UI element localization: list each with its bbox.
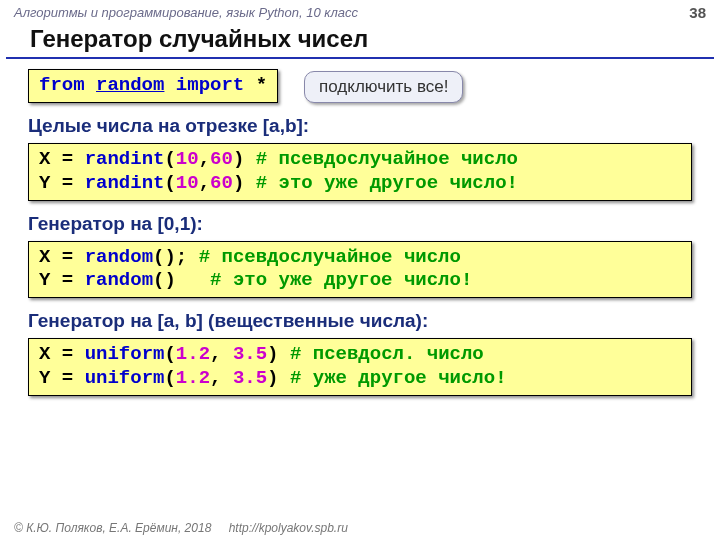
paren-close: ) bbox=[267, 343, 278, 365]
var-x: X bbox=[39, 343, 50, 365]
section-int-heading: Целые числа на отрезке [a,b]: bbox=[28, 115, 692, 137]
int-codebox: X = randint(10,60) # псевдослучайное чис… bbox=[28, 143, 692, 201]
comment: # псевдослучайное число bbox=[256, 148, 518, 170]
num-b: 60 bbox=[210, 172, 233, 194]
op-eq: = bbox=[50, 367, 84, 389]
paren-close: ) bbox=[267, 367, 278, 389]
paren-empty: () bbox=[153, 246, 176, 268]
num-b: 3.5 bbox=[233, 343, 267, 365]
fn-random: random bbox=[85, 269, 153, 291]
course-title: Алгоритмы и программирование, язык Pytho… bbox=[14, 5, 358, 20]
code-line: Y = randint(10,60) # это уже другое числ… bbox=[39, 172, 681, 196]
space bbox=[244, 172, 255, 194]
var-y: Y bbox=[39, 367, 50, 389]
kw-import: import bbox=[176, 74, 244, 96]
op-eq: = bbox=[50, 172, 84, 194]
num-a: 10 bbox=[176, 148, 199, 170]
op-eq: = bbox=[50, 343, 84, 365]
fn-randint: randint bbox=[85, 148, 165, 170]
comment: # это уже другое число! bbox=[210, 269, 472, 291]
paren-close: ) bbox=[233, 172, 244, 194]
page-number: 38 bbox=[689, 4, 706, 21]
var-x: X bbox=[39, 246, 50, 268]
comment: # уже другое число! bbox=[290, 367, 507, 389]
paren-open: ( bbox=[164, 367, 175, 389]
var-x: X bbox=[39, 148, 50, 170]
num-b: 60 bbox=[210, 148, 233, 170]
comma: , bbox=[199, 172, 210, 194]
space bbox=[279, 343, 290, 365]
random-codebox: X = random(); # псевдослучайное числоY =… bbox=[28, 241, 692, 299]
slide-footer: © К.Ю. Поляков, Е.А. Ерёмин, 2018 http:/… bbox=[14, 521, 348, 535]
fn-uniform: uniform bbox=[85, 367, 165, 389]
space bbox=[187, 269, 210, 291]
module-random: random bbox=[96, 74, 164, 96]
fn-uniform: uniform bbox=[85, 343, 165, 365]
slide-header: Алгоритмы и программирование, язык Pytho… bbox=[0, 0, 720, 23]
num-b: 3.5 bbox=[233, 367, 267, 389]
code-line: X = random(); # псевдослучайное число bbox=[39, 246, 681, 270]
comment: # это уже другое число! bbox=[256, 172, 518, 194]
uniform-codebox: X = uniform(1.2, 3.5) # псевдосл. числоY… bbox=[28, 338, 692, 396]
code-line: Y = random() # это уже другое число! bbox=[39, 269, 681, 293]
paren-open: ( bbox=[164, 343, 175, 365]
num-a: 10 bbox=[176, 172, 199, 194]
star: * bbox=[256, 74, 267, 96]
paren-close: ) bbox=[233, 148, 244, 170]
op-eq: = bbox=[50, 246, 84, 268]
num-a: 1.2 bbox=[176, 343, 210, 365]
comma: , bbox=[210, 367, 233, 389]
code-line: X = randint(10,60) # псевдослучайное чис… bbox=[39, 148, 681, 172]
fn-randint: randint bbox=[85, 172, 165, 194]
var-y: Y bbox=[39, 269, 50, 291]
code-line: X = uniform(1.2, 3.5) # псевдосл. число bbox=[39, 343, 681, 367]
semicolon: ; bbox=[176, 246, 187, 268]
callout-import-all: подключить все! bbox=[304, 71, 463, 103]
slide-title: Генератор случайных чисел bbox=[6, 23, 714, 59]
space bbox=[176, 269, 187, 291]
comment: # псевдослучайное число bbox=[199, 246, 461, 268]
kw-from: from bbox=[39, 74, 85, 96]
num-a: 1.2 bbox=[176, 367, 210, 389]
paren-open: ( bbox=[164, 148, 175, 170]
op-eq: = bbox=[50, 148, 84, 170]
var-y: Y bbox=[39, 172, 50, 194]
comment: # псевдосл. число bbox=[290, 343, 484, 365]
comma: , bbox=[199, 148, 210, 170]
fn-random: random bbox=[85, 246, 153, 268]
code-line: Y = uniform(1.2, 3.5) # уже другое число… bbox=[39, 367, 681, 391]
paren-open: ( bbox=[164, 172, 175, 194]
import-codebox: from random import * bbox=[28, 69, 278, 103]
section-uniform-heading: Генератор на [a, b] (вещественные числа)… bbox=[28, 310, 692, 332]
space bbox=[279, 367, 290, 389]
space bbox=[244, 148, 255, 170]
space bbox=[187, 246, 198, 268]
slide-content: from random import * подключить все! Цел… bbox=[0, 69, 720, 396]
import-row: from random import * подключить все! bbox=[28, 69, 692, 103]
section-random-heading: Генератор на [0,1): bbox=[28, 213, 692, 235]
comma: , bbox=[210, 343, 233, 365]
footer-url: http://kpolyakov.spb.ru bbox=[229, 521, 348, 535]
copyright: © К.Ю. Поляков, Е.А. Ерёмин, 2018 bbox=[14, 521, 211, 535]
paren-empty: () bbox=[153, 269, 176, 291]
op-eq: = bbox=[50, 269, 84, 291]
